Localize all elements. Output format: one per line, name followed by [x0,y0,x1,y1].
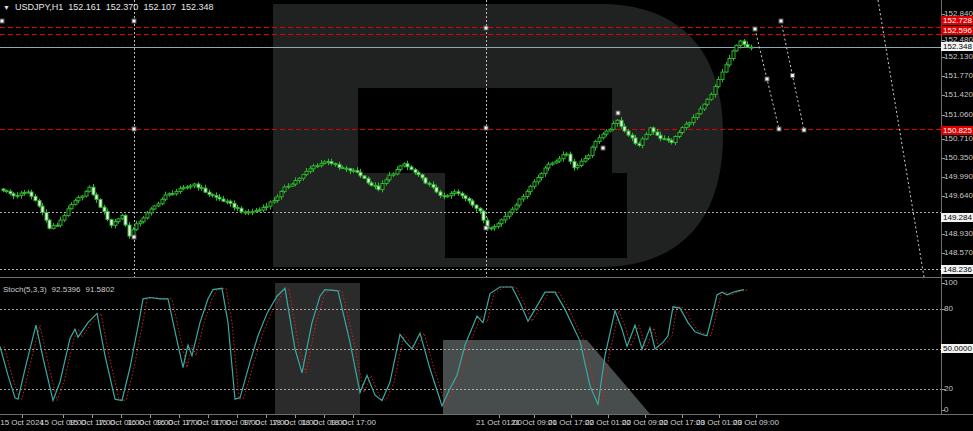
panel-separator[interactable] [0,277,973,278]
object-anchor-marker[interactable] [484,226,488,230]
object-anchor-marker[interactable] [132,235,136,239]
price-axis-label: 150.710 [944,134,973,143]
object-anchor-marker[interactable] [791,74,795,78]
symbol-period-label: USDJPY,H1 [15,2,63,12]
object-anchor-marker[interactable] [484,26,488,30]
candle [544,168,547,173]
candle [612,124,615,130]
candle [681,128,684,133]
candle [85,191,88,196]
object-anchor-marker[interactable] [777,127,781,131]
candle [540,173,543,177]
candle [247,212,250,213]
candle [74,201,77,205]
candle [652,128,655,132]
candle [482,211,485,220]
price-axis-label: 50.0000 [941,344,973,353]
candle [59,220,62,225]
candle [41,206,44,212]
candle [363,176,366,179]
object-anchor-marker[interactable] [802,128,806,132]
stochastic-main-value: 92.5396 [52,285,81,294]
object-anchor-marker[interactable] [779,19,783,23]
candle [439,192,442,196]
trendline-object[interactable] [878,0,924,277]
object-anchor-marker[interactable] [601,146,605,150]
ohlc-close: 152.348 [181,2,214,12]
candle [587,156,590,159]
candle [735,45,738,51]
object-anchor-marker[interactable] [132,127,136,131]
price-axis-label: 151.060 [944,110,973,119]
candle [410,167,413,170]
candle [316,166,319,167]
time-axis-label: 23 Oct 09:00 [721,418,791,427]
candle [34,196,37,200]
candle [142,218,145,222]
candle [323,162,326,164]
candle [746,45,749,48]
candle [117,219,120,222]
candle [392,174,395,175]
object-anchor-marker[interactable] [616,111,620,115]
candle [229,201,232,203]
candle [251,212,254,213]
object-anchor-marker[interactable] [0,19,4,23]
candle [537,178,540,182]
price-axis-label: 148.236 [941,265,973,274]
stochastic-signal-value: 91.5802 [86,285,115,294]
object-anchor-marker[interactable] [132,19,136,23]
candle [508,212,511,216]
candle [428,183,431,184]
candle [620,120,623,126]
candle [12,194,15,196]
chart-symbol-icon: ▼ [3,3,10,12]
candle [576,166,579,168]
candle [200,188,203,189]
candle [103,207,106,211]
candle [352,170,355,171]
object-anchor-marker[interactable] [484,126,488,130]
candle [464,196,467,199]
candle [334,164,337,165]
candle [580,161,583,165]
candle [457,192,460,194]
candle [92,187,95,195]
candle [706,99,709,104]
chart-canvas[interactable] [0,0,973,431]
candle [175,192,178,194]
candle [710,94,713,99]
candle [161,199,164,204]
candle [471,201,474,205]
price-axis-label: 80 [944,304,953,313]
candle [406,164,409,167]
candle [688,123,691,125]
candle [641,139,644,145]
candle [48,220,51,228]
price-axis-label: 20 [944,384,953,393]
candle [616,120,619,123]
candle [417,173,420,175]
time-axis-label: 18 Oct 17:00 [318,418,388,427]
candle [435,187,438,192]
candle [717,79,720,86]
price-axis-label: 150.350 [944,153,973,162]
candle [591,147,594,156]
ohlc-high: 152.370 [106,2,139,12]
candle [602,134,605,138]
object-anchor-marker[interactable] [753,27,757,31]
candle [659,135,662,139]
candle [725,65,728,72]
candle [388,175,391,180]
candle [276,197,279,201]
candle [446,196,449,197]
candle [269,202,272,206]
ohlc-open: 152.161 [68,2,101,12]
stochastic-indicator-label: Stoch(5,3,3) 92.5396 91.5802 [3,285,114,294]
chart-title: ▼ USDJPY,H1 152.161 152.370 152.107 152.… [3,2,213,12]
object-anchor-marker[interactable] [765,77,769,81]
candle [518,199,521,205]
candle [475,205,478,208]
candle [298,178,301,180]
candle [605,131,608,134]
